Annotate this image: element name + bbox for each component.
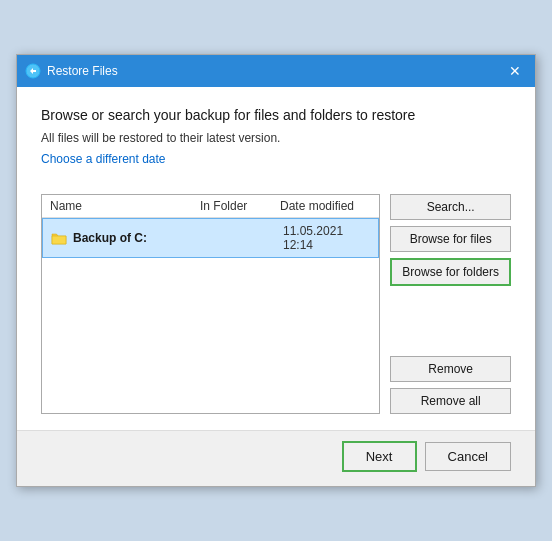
browse-files-button[interactable]: Browse for files <box>390 226 511 252</box>
restore-icon <box>25 63 41 79</box>
window-title: Restore Files <box>47 64 118 78</box>
list-header: Name In Folder Date modified <box>42 195 379 218</box>
footer: Next Cancel <box>17 430 535 486</box>
main-area: Name In Folder Date modified Backup of C… <box>41 194 511 414</box>
folder-icon <box>51 231 67 245</box>
page-heading: Browse or search your backup for files a… <box>41 107 511 123</box>
content-area: Browse or search your backup for files a… <box>17 87 535 430</box>
search-button[interactable]: Search... <box>390 194 511 220</box>
title-bar: Restore Files ✕ <box>17 55 535 87</box>
list-body: Backup of C: 11.05.2021 12:14 <box>42 218 379 413</box>
browse-folders-button[interactable]: Browse for folders <box>390 258 511 286</box>
file-name: Backup of C: <box>73 231 203 245</box>
remove-all-button[interactable]: Remove all <box>390 388 511 414</box>
file-list: Name In Folder Date modified Backup of C… <box>41 194 380 414</box>
table-row[interactable]: Backup of C: 11.05.2021 12:14 <box>42 218 379 258</box>
col-header-folder: In Folder <box>200 199 280 213</box>
page-subtext: All files will be restored to their late… <box>41 131 511 145</box>
col-header-date: Date modified <box>280 199 371 213</box>
title-bar-left: Restore Files <box>25 63 118 79</box>
next-button[interactable]: Next <box>342 441 417 472</box>
sidebar-buttons: Search... Browse for files Browse for fo… <box>390 194 511 414</box>
choose-date-link[interactable]: Choose a different date <box>41 152 166 166</box>
file-date: 11.05.2021 12:14 <box>283 224 370 252</box>
col-header-name: Name <box>50 199 200 213</box>
restore-files-window: Restore Files ✕ Browse or search your ba… <box>16 54 536 487</box>
remove-button[interactable]: Remove <box>390 356 511 382</box>
cancel-button[interactable]: Cancel <box>425 442 511 471</box>
close-button[interactable]: ✕ <box>503 59 527 83</box>
